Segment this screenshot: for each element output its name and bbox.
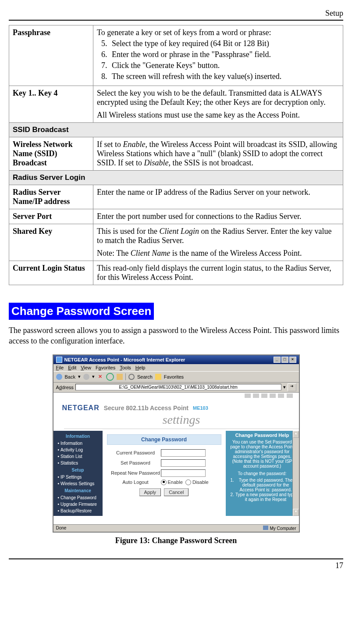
toolbar: Back ▾ ▾ ✕ Search Favorites bbox=[53, 371, 299, 383]
close-icon[interactable]: × bbox=[289, 357, 296, 363]
menu-favorites[interactable]: Favorites bbox=[96, 365, 115, 370]
sidebar-item-statistics[interactable]: Statistics bbox=[53, 460, 103, 466]
help-li1: Type the old password. The default passw… bbox=[235, 478, 296, 492]
table-row: Radius Server Name/IP address Enter the … bbox=[9, 185, 343, 209]
center-panel: Change Password Current Password Set Pas… bbox=[103, 431, 226, 516]
header-rule bbox=[9, 20, 343, 21]
table-row: Server Port Enter the port number used f… bbox=[9, 209, 343, 224]
flag-icon[interactable] bbox=[245, 394, 251, 398]
apply-button[interactable]: Apply bbox=[139, 488, 161, 496]
sk2c: is the name of the Wireless Access Point… bbox=[170, 249, 302, 258]
forward-icon[interactable] bbox=[83, 374, 89, 380]
shared-key-cell: This is used for the Client Login on the… bbox=[93, 224, 343, 261]
config-table: Passphrase To generate a key or set of k… bbox=[9, 25, 343, 285]
enable-radio[interactable] bbox=[161, 479, 167, 485]
sk2a: Note: The bbox=[97, 249, 131, 258]
status-zone: My Computer bbox=[270, 526, 296, 531]
ssid-label: Wireless Network Name (SSID) Broadcast bbox=[9, 137, 93, 171]
ssid-cell: If set to Enable, the Wireless Access Po… bbox=[93, 137, 343, 171]
auto-logout-label: Auto Logout bbox=[110, 479, 161, 485]
sidebar-item-upgrade-firmware[interactable]: Upgrade Firmware bbox=[53, 501, 103, 508]
current-password-input[interactable] bbox=[161, 449, 206, 457]
footer-rule bbox=[9, 558, 343, 559]
help-title: Change Password Help bbox=[228, 433, 296, 438]
page-content: NETGEAR Secure 802.11b Access Point ME10… bbox=[53, 393, 299, 524]
sidebar-item-information[interactable]: Information bbox=[53, 440, 103, 447]
disable-radio[interactable] bbox=[185, 479, 191, 485]
flag-icon[interactable] bbox=[261, 394, 267, 398]
server-port-label: Server Port bbox=[9, 209, 93, 224]
titlebar: NETGEAR Access Point - Microsoft Interne… bbox=[53, 355, 299, 364]
menu-help[interactable]: Help bbox=[135, 365, 146, 370]
statusbar: Done My Computer bbox=[53, 524, 299, 532]
sk2b: Client Name bbox=[131, 249, 171, 258]
ssid-header-cell: SSID Broadcast bbox=[9, 123, 343, 137]
maximize-icon[interactable]: □ bbox=[281, 357, 288, 363]
radius-header-cell: Radius Server Login bbox=[9, 171, 343, 185]
flag-icon[interactable] bbox=[270, 394, 276, 398]
ssid-broadcast-header: SSID Broadcast bbox=[9, 123, 343, 137]
key-p2: All Wireless stations must use the same … bbox=[97, 111, 339, 120]
ssid-disable: Disable bbox=[144, 158, 169, 167]
sidebar-item-backup-restore[interactable]: Backup/Restore bbox=[53, 508, 103, 514]
step-8: The screen will refresh with the key val… bbox=[109, 72, 339, 81]
menu-view[interactable]: View bbox=[81, 365, 91, 370]
address-bar: Address E:\G_OEM\NetGear\ME103\802_1X\ME… bbox=[53, 383, 299, 393]
figure-caption: Figure 13: Change Password Screen bbox=[9, 536, 343, 545]
status-done: Done bbox=[56, 526, 67, 531]
table-row: Key 1.. Key 4 Select the key you wish to… bbox=[9, 86, 343, 123]
radius-login-header: Radius Server Login bbox=[9, 171, 343, 185]
minimize-icon[interactable]: _ bbox=[274, 357, 281, 363]
help-p1: You can use the Set Password page to cha… bbox=[228, 440, 296, 469]
stop-icon[interactable]: ✕ bbox=[97, 374, 103, 380]
my-computer-icon bbox=[263, 526, 268, 530]
panel-title: Change Password bbox=[107, 434, 221, 445]
ssid-text-pre: If set to bbox=[97, 140, 123, 149]
passphrase-steps: Select the type of key required (64 Bit … bbox=[97, 39, 339, 81]
intro-paragraph: The password screen allows you to assign… bbox=[9, 325, 343, 347]
repeat-password-label: Repeat New Password bbox=[110, 470, 161, 476]
flag-icon[interactable] bbox=[278, 394, 284, 398]
refresh-icon[interactable] bbox=[106, 373, 114, 381]
window-title: NETGEAR Access Point - Microsoft Interne… bbox=[64, 357, 185, 362]
page-number: 17 bbox=[9, 561, 343, 570]
cancel-button[interactable]: Cancel bbox=[164, 488, 188, 496]
back-button[interactable]: Back bbox=[65, 374, 75, 379]
sidebar-head-maintenance: Maintenance bbox=[53, 487, 103, 494]
sk1b: Client Login bbox=[159, 227, 199, 236]
status-label: Current Login Status bbox=[9, 261, 93, 285]
scrollbar[interactable]: ▴ ▾ bbox=[292, 431, 299, 516]
page-header: Setup bbox=[9, 9, 343, 18]
radius-name-cell: Enter the name or IP address of the Radi… bbox=[93, 185, 343, 209]
shared-key-label: Shared Key bbox=[9, 224, 93, 261]
sidebar-item-activity-log[interactable]: Activity Log bbox=[53, 447, 103, 453]
address-input[interactable]: E:\G_OEM\NetGear\ME103\802_1X\ME103_1008… bbox=[75, 384, 281, 390]
netgear-logo: NETGEAR bbox=[62, 404, 100, 412]
language-flags bbox=[53, 393, 299, 400]
menu-edit[interactable]: Edit bbox=[68, 365, 76, 370]
go-button[interactable]: ➜Go bbox=[288, 383, 296, 391]
scroll-down-icon[interactable]: ▾ bbox=[293, 509, 299, 516]
step-7: Click the "Generate Keys" button. bbox=[109, 61, 339, 70]
shared-key-p2: Note: The Client Name is the name of the… bbox=[97, 249, 339, 258]
favorites-button[interactable]: Favorites bbox=[164, 374, 184, 379]
sidebar-item-wireless-settings[interactable]: Wireless Settings bbox=[53, 480, 103, 487]
search-button[interactable]: Search bbox=[137, 374, 153, 379]
menu-tools[interactable]: Tools bbox=[120, 365, 131, 370]
enable-label: Enable bbox=[168, 479, 183, 485]
favorites-icon[interactable] bbox=[155, 374, 161, 380]
flag-icon[interactable] bbox=[253, 394, 259, 398]
sidebar-item-change-password[interactable]: Change Password bbox=[53, 494, 103, 501]
home-icon[interactable] bbox=[117, 374, 123, 380]
help-panel: Change Password Help You can use the Set… bbox=[226, 431, 299, 516]
menu-file[interactable]: File bbox=[56, 365, 64, 370]
back-icon[interactable] bbox=[56, 374, 62, 380]
search-icon[interactable] bbox=[128, 374, 135, 380]
server-port-cell: Enter the port number used for connectio… bbox=[93, 209, 343, 224]
scroll-up-icon[interactable]: ▴ bbox=[293, 431, 299, 438]
repeat-password-input[interactable] bbox=[161, 469, 206, 477]
flag-icon[interactable] bbox=[287, 394, 293, 398]
sidebar-item-station-list[interactable]: Station List bbox=[53, 453, 103, 460]
sidebar-item-ip-settings[interactable]: IP Settings bbox=[53, 474, 103, 480]
set-password-input[interactable] bbox=[161, 459, 206, 467]
